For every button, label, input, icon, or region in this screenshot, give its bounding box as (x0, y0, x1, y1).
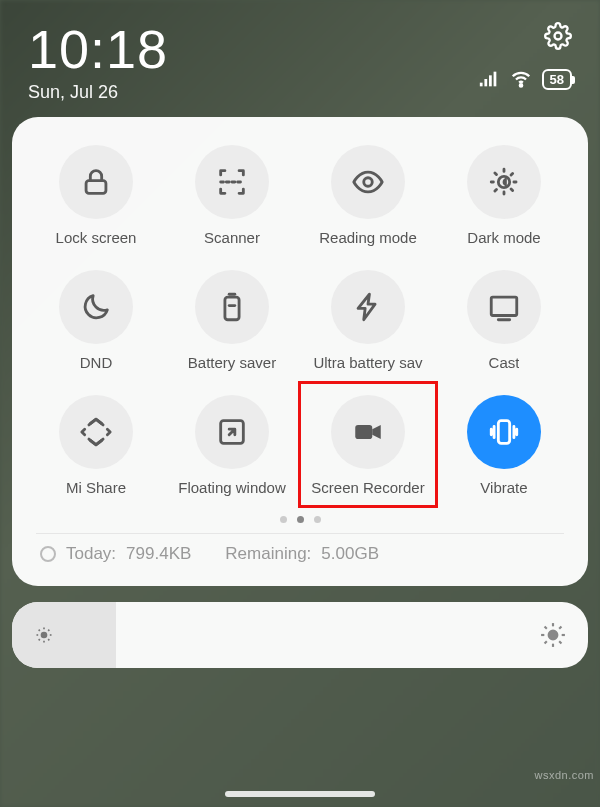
tile-cast[interactable]: Cast (440, 270, 568, 371)
brightness-track (12, 602, 116, 668)
svg-line-24 (48, 639, 49, 640)
svg-line-23 (39, 630, 40, 631)
page-dot[interactable] (297, 516, 304, 523)
svg-line-25 (39, 639, 40, 640)
tile-label: Scanner (204, 229, 260, 246)
cast-icon[interactable] (467, 270, 541, 344)
status-bar: 10:18 Sun, Jul 26 58 (0, 0, 600, 111)
battery-icon[interactable] (195, 270, 269, 344)
clock-time[interactable]: 10:18 (28, 18, 168, 80)
tile-battery-saver[interactable]: Battery saver (168, 270, 296, 371)
tile-label: Dark mode (467, 229, 540, 246)
brightness-low-icon (34, 625, 54, 645)
tile-label: Lock screen (56, 229, 137, 246)
tile-dnd[interactable]: DND (32, 270, 160, 371)
remaining-label: Remaining: (225, 544, 311, 564)
page-dot[interactable] (280, 516, 287, 523)
battery-indicator: 58 (542, 69, 572, 90)
data-usage-icon (40, 546, 56, 562)
eye-icon[interactable] (331, 145, 405, 219)
svg-rect-13 (491, 297, 517, 315)
battery-percent: 58 (550, 72, 564, 87)
svg-line-34 (545, 641, 547, 643)
clock-date[interactable]: Sun, Jul 26 (28, 82, 168, 103)
brightness-high-icon (540, 622, 566, 648)
quick-settings-panel: Lock screenScannerReading modeDark modeD… (12, 117, 588, 586)
svg-rect-16 (355, 425, 372, 439)
watermark: wsxdn.com (534, 769, 594, 781)
svg-rect-10 (225, 297, 239, 320)
svg-point-8 (364, 178, 373, 187)
signal-icon (478, 68, 500, 90)
dark-icon[interactable] (467, 145, 541, 219)
page-dot[interactable] (314, 516, 321, 523)
svg-rect-1 (479, 83, 482, 87)
tile-label: Ultra battery sav (313, 354, 422, 371)
bolt-icon[interactable] (331, 270, 405, 344)
tile-lock-screen[interactable]: Lock screen (32, 145, 160, 246)
today-label: Today: (66, 544, 116, 564)
tile-floating-window[interactable]: Floating window (168, 395, 296, 496)
tile-screen-recorder[interactable]: Screen Recorder (304, 395, 432, 496)
share-icon[interactable] (59, 395, 133, 469)
tile-scanner[interactable]: Scanner (168, 145, 296, 246)
divider (36, 533, 564, 534)
today-value: 799.4KB (126, 544, 191, 564)
svg-point-27 (549, 631, 558, 640)
tile-label: Mi Share (66, 479, 126, 496)
tile-label: Floating window (178, 479, 286, 496)
wifi-icon (510, 68, 532, 90)
tile-dark-mode[interactable]: Dark mode (440, 145, 568, 246)
lock-icon[interactable] (59, 145, 133, 219)
svg-point-0 (555, 33, 562, 40)
svg-rect-17 (498, 421, 509, 444)
svg-line-32 (545, 627, 547, 629)
svg-line-35 (559, 627, 561, 629)
svg-point-5 (519, 84, 521, 86)
tile-ultra-battery[interactable]: Ultra battery sav (304, 270, 432, 371)
data-usage-row[interactable]: Today: 799.4KB Remaining: 5.00GB (32, 544, 568, 568)
svg-rect-3 (489, 75, 492, 86)
brightness-slider[interactable] (12, 602, 588, 668)
svg-point-18 (42, 633, 47, 638)
video-icon[interactable] (331, 395, 405, 469)
tile-label: Cast (489, 354, 520, 371)
tile-label: Reading mode (319, 229, 417, 246)
remaining-value: 5.00GB (321, 544, 379, 564)
svg-line-26 (48, 630, 49, 631)
tile-label: Screen Recorder (311, 479, 424, 496)
tile-mi-share[interactable]: Mi Share (32, 395, 160, 496)
tile-label: Vibrate (480, 479, 527, 496)
float-icon[interactable] (195, 395, 269, 469)
svg-rect-2 (484, 79, 487, 86)
svg-rect-4 (493, 72, 496, 87)
svg-line-33 (559, 641, 561, 643)
status-indicators: 58 (478, 68, 572, 90)
navigation-pill[interactable] (225, 791, 375, 797)
tile-vibrate[interactable]: Vibrate (440, 395, 568, 496)
tile-label: Battery saver (188, 354, 276, 371)
page-indicator[interactable] (32, 516, 568, 523)
settings-gear-icon[interactable] (544, 22, 572, 50)
tile-reading-mode[interactable]: Reading mode (304, 145, 432, 246)
moon-icon[interactable] (59, 270, 133, 344)
svg-rect-6 (86, 181, 106, 194)
scanner-icon[interactable] (195, 145, 269, 219)
vibrate-icon[interactable] (467, 395, 541, 469)
tile-label: DND (80, 354, 113, 371)
